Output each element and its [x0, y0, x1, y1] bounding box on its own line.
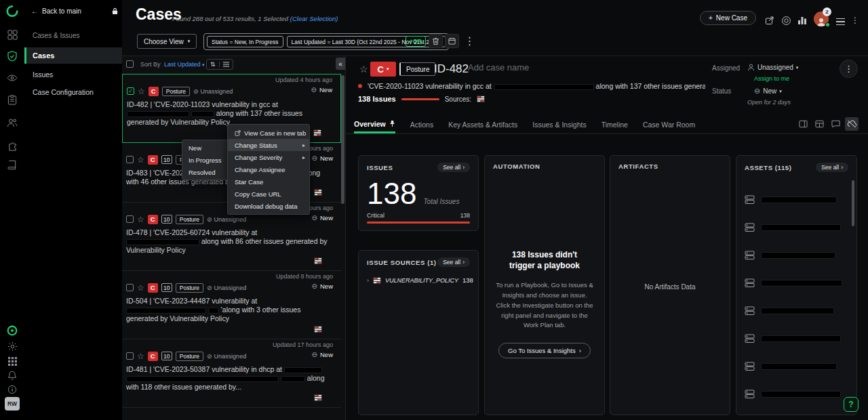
user-avatar[interactable]: RW — [5, 397, 20, 411]
expand-chevron-icon[interactable]: › — [367, 277, 369, 284]
header-kebab-icon[interactable]: ⋮ — [849, 14, 861, 26]
case-list-item[interactable]: Updated 17 hours ago ☆ C 10 Posture ⊘Una… — [122, 339, 341, 408]
comments-icon[interactable] — [829, 117, 842, 131]
asset-row[interactable] — [745, 297, 847, 324]
case-actions-menu-button[interactable]: ⋮ — [840, 60, 858, 78]
asset-row[interactable] — [745, 241, 847, 269]
case-checkbox[interactable] — [126, 215, 134, 223]
dashboard-icon[interactable] — [6, 28, 18, 41]
apps-grid-icon[interactable] — [6, 355, 18, 367]
case-name-input[interactable] — [468, 62, 604, 72]
product-logo-icon[interactable] — [6, 324, 18, 337]
context-menu-item-view-case-in-new-tab[interactable]: View Case in new tab — [228, 127, 309, 139]
redacted-text — [284, 367, 322, 373]
app-logo-icon[interactable] — [6, 5, 18, 17]
issue-sources-see-all-button[interactable]: See all› — [437, 257, 470, 267]
star-icon[interactable]: ☆ — [137, 352, 144, 361]
case-checkbox[interactable] — [126, 284, 134, 291]
context-menu-item-change-status[interactable]: Change Status▸ — [228, 139, 309, 151]
integrations-puzzle-icon[interactable] — [6, 140, 18, 152]
list-scrollbar[interactable] — [341, 75, 344, 204]
side-panel-icon[interactable] — [796, 117, 810, 131]
analytics-icon[interactable] — [796, 14, 808, 26]
sort-by-value[interactable]: Last Updated ▾ — [164, 61, 205, 68]
add-or-filter-button[interactable]: +OR — [406, 36, 426, 47]
tab-label: Key Assets & Artifacts — [448, 121, 517, 129]
asset-row[interactable] — [745, 380, 847, 408]
context-menu-item-star-case[interactable]: Star Case — [228, 175, 309, 188]
settings-gear-icon[interactable] — [6, 340, 18, 352]
users-icon[interactable] — [6, 117, 18, 129]
delete-filter-button[interactable] — [429, 34, 443, 48]
data-off-icon[interactable] — [845, 117, 859, 131]
visibility-eye-icon[interactable] — [6, 72, 18, 84]
assets-scrollbar[interactable] — [852, 180, 854, 226]
case-title[interactable]: ID-504 | 'CVE-2023-44487 vulnerability a… — [126, 297, 336, 323]
help-chat-button[interactable]: ? — [844, 397, 859, 412]
status-dropdown[interactable]: ⊖ New ▾ — [754, 87, 782, 96]
sort-direction-toggle[interactable]: ⇅ — [206, 59, 233, 70]
submenu-item-in-progress[interactable]: In Progress — [182, 154, 228, 166]
star-icon[interactable]: ☆ — [138, 87, 145, 96]
new-case-button[interactable]: + New Case — [700, 11, 756, 25]
tab-label: Issues & Insights — [532, 121, 586, 129]
case-checkbox[interactable]: ✓ — [127, 87, 134, 95]
asset-row[interactable] — [745, 269, 847, 297]
asset-row[interactable] — [745, 213, 847, 241]
issue-source-row[interactable]: › VULNERABILITY_POLICY 138 — [367, 276, 470, 284]
select-all-checkbox[interactable] — [126, 60, 134, 68]
sidebar-item-case-configuration[interactable]: Case Configuration — [24, 85, 122, 99]
reports-icon[interactable] — [6, 93, 18, 106]
tab-issues-insights[interactable]: Issues & Insights — [532, 119, 586, 133]
context-menu-item-change-assignee[interactable]: Change Assignee — [228, 163, 309, 175]
tab-key-assets-artifacts[interactable]: Key Assets & Artifacts — [448, 119, 517, 133]
assign-to-me-link[interactable]: Assign to me — [754, 75, 789, 82]
assignee-dropdown[interactable]: Unassigned ▾ — [747, 64, 798, 71]
case-list-item[interactable]: Updated 8 hours ago ☆ C 10 Posture ⊘Unas… — [122, 271, 341, 339]
collapse-list-button[interactable]: « — [336, 58, 345, 70]
cases-shield-icon[interactable] — [6, 50, 18, 62]
choose-view-dropdown[interactable]: Choose View ▾ — [137, 34, 197, 49]
layout-grid-icon[interactable] — [812, 117, 826, 131]
assets-see-all-button[interactable]: See all› — [816, 163, 848, 172]
submenu-item-new[interactable]: New — [182, 142, 228, 154]
tab-overview[interactable]: Overview — [354, 119, 395, 133]
detail-severity-dropdown[interactable]: C ▾ — [370, 62, 396, 77]
library-icon[interactable] — [6, 159, 18, 171]
case-checkbox[interactable] — [126, 156, 134, 163]
issues-see-all-button[interactable]: See all› — [437, 163, 470, 172]
context-menu-item-download-debug-data[interactable]: Download debug data — [228, 200, 309, 212]
case-title[interactable]: ID-478 | 'CVE-2025-60724 vulnerability a… — [126, 228, 336, 255]
filter-more-menu-button[interactable]: ⋮ — [462, 34, 477, 48]
export-icon[interactable] — [764, 14, 776, 26]
star-icon[interactable]: ☆ — [137, 215, 144, 224]
sidebar-item-cases[interactable]: Cases — [24, 47, 122, 64]
context-menu-item-copy-case-url[interactable]: Copy Case URL — [228, 188, 309, 200]
go-to-issues-insights-button[interactable]: Go To Issues & Insights› — [498, 343, 591, 358]
asset-row[interactable] — [745, 324, 847, 352]
help-info-icon[interactable] — [6, 383, 18, 396]
case-title[interactable]: ID-481 | 'CVE-2023-50387 vulnerability i… — [126, 365, 336, 392]
hamburger-menu-icon[interactable] — [834, 16, 846, 28]
case-title[interactable]: ID-482 | 'CVE-2020-11023 vulnerability i… — [127, 100, 335, 127]
pin-icon[interactable] — [389, 120, 395, 127]
asset-row[interactable] — [745, 186, 847, 213]
tab-timeline[interactable]: Timeline — [601, 119, 628, 133]
case-checkbox[interactable] — [126, 352, 134, 360]
case-star-icon[interactable]: ☆ — [359, 64, 368, 75]
clear-selection-link[interactable]: (Clear Selection) — [290, 15, 338, 22]
context-menu-item-change-severity[interactable]: Change Severity▸ — [228, 151, 309, 163]
notifications-bell-icon[interactable] — [6, 369, 18, 381]
case-status: ⊖New — [312, 154, 333, 162]
sidebar-item-issues[interactable]: Issues — [24, 68, 122, 81]
submenu-item-resolved[interactable]: Resolved — [182, 166, 228, 178]
star-icon[interactable]: ☆ — [137, 283, 144, 293]
asset-row[interactable] — [745, 352, 847, 380]
filter-chip-status[interactable]: Status = New, In Progress — [207, 36, 283, 47]
tab-case-war-room[interactable]: Case War Room — [643, 119, 695, 133]
back-to-main[interactable]: ← Back to main — [31, 7, 118, 15]
calendar-button[interactable] — [445, 34, 459, 48]
star-icon[interactable]: ☆ — [137, 155, 144, 165]
radar-icon[interactable] — [780, 14, 792, 26]
tab-actions[interactable]: Actions — [410, 119, 433, 133]
